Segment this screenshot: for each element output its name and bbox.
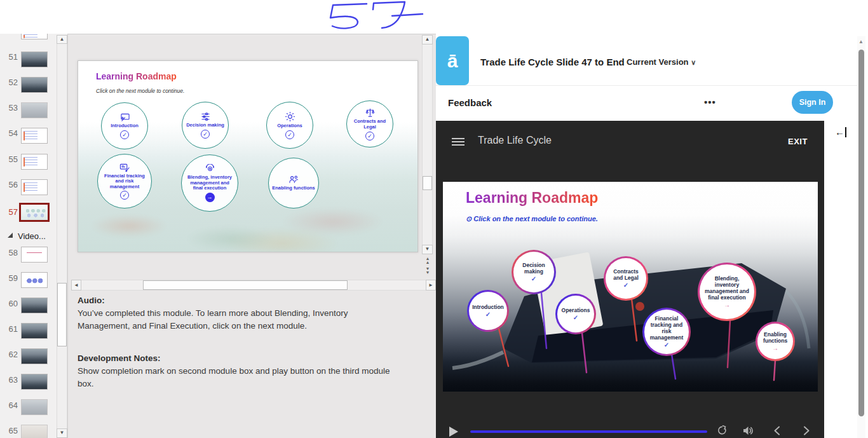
play-button[interactable] [449,427,458,437]
slide-number: 65 [1,426,18,435]
slide-thumbnail-55[interactable] [21,154,48,170]
module-introduction[interactable]: Introduction ✓ [101,102,148,149]
collapse-panel-icon[interactable]: ← [835,127,846,137]
completed-check-icon: ✓ [365,132,374,140]
editor-scroll-left-icon[interactable]: ◄ [71,280,81,291]
more-options-icon[interactable]: ••• [704,97,716,107]
people-icon [288,175,299,184]
module-contracts-legal[interactable]: Contracts and Legal ✓ [346,100,393,147]
slide-thumbnail-52[interactable] [21,77,48,93]
module-enabling-functions[interactable]: Enabling functions [268,158,319,209]
notes-dev-heading: Development Notes: [78,353,161,363]
next-arrow-icon: → [724,301,730,308]
editor-vscrollbar-thumb[interactable] [423,176,432,190]
slide-thumbnail-63[interactable] [21,374,48,390]
slide-thumbnail-56[interactable] [21,179,48,195]
section-collapse-icon[interactable] [8,233,13,238]
player-module-decision-making[interactable]: Decision making ✓ [512,250,556,294]
completed-check-icon: ✓ [285,130,294,139]
thumbnail-partial[interactable] [21,34,48,39]
previous-icon[interactable] [773,425,782,436]
player-slide[interactable]: Learning Roadmap ⊙ Click on the next mod… [443,182,818,392]
exit-button[interactable]: EXIT [788,137,808,146]
slide-canvas[interactable]: Learning Roadmap Click on the next modul… [78,60,418,252]
slide-thumbnail-61[interactable] [21,323,48,339]
slide-thumbnail-54[interactable] [21,128,48,144]
editor-vscrollbar-track[interactable] [422,35,433,254]
completed-check-icon: ✓ [120,130,129,139]
editor-scroll-right-icon[interactable]: ► [426,280,436,291]
player-module-enabling-functions[interactable]: Enabling functions → [756,322,795,361]
next-icon[interactable] [802,425,811,436]
page-scrollbar-thumb[interactable] [858,50,864,416]
notes-audio-heading: Audio: [78,296,105,305]
slide-number: 51 [1,52,18,62]
editor-scroll-down-icon[interactable]: ▼ [422,245,433,254]
notes-dev-body[interactable]: Show completion mark on second module bo… [78,365,402,391]
slide-number: 55 [1,154,18,164]
gear-icon [285,111,295,122]
next-slide-icon[interactable]: ▼▼ [423,267,432,275]
notes-audio-body[interactable]: You’ve completed this module. To learn m… [78,307,395,333]
section-label[interactable]: Video... [18,231,46,241]
slide-thumbnail-65[interactable] [21,425,48,438]
player-module-introduction[interactable]: Introduction ✓ [467,290,509,332]
slide-thumbnail-58[interactable] [21,247,48,263]
articulate-logo[interactable]: ā [436,36,469,85]
volume-icon[interactable] [742,425,754,436]
slide-thumbnail-59[interactable] [21,272,48,288]
module-label: Financial tracking and risk management [98,174,151,190]
subtitle-text: Click on the next module to continue. [473,215,598,222]
sign-in-button[interactable]: Sign In [792,91,833,114]
slide-number: 62 [1,350,18,359]
slide-thumbnail-57-selected[interactable] [19,203,50,222]
version-dropdown[interactable]: Current Version ∨ [627,57,696,67]
slide-number: 58 [1,248,18,257]
thumbnail-scrollbar-track[interactable] [57,35,67,438]
player-module-operations[interactable]: Operations ✓ [555,294,596,334]
seekbar[interactable] [470,430,707,433]
slide-thumbnail-53[interactable] [21,102,48,118]
player-module-blending-inventory[interactable]: Blending, inventory management and final… [698,263,756,321]
previous-slide-icon[interactable]: ▲▲ [423,257,432,264]
module-decision-making[interactable]: Decision making ✓ [182,102,229,149]
module-blending-inventory[interactable]: Blending, inventory management and final… [181,154,238,212]
player-module-contracts-legal[interactable]: Contracts and Legal ✓ [604,256,648,301]
slide-title: Learning Roadmap [96,71,177,81]
check-icon: ✓ [531,275,536,282]
replay-icon[interactable] [717,425,728,436]
slide-thumbnail-64[interactable] [21,399,48,415]
module-label: Blending, inventory management and final… [700,275,754,301]
slide-thumbnail-51[interactable] [21,51,48,67]
logo-letter: ā [447,50,458,72]
slide-number: 61 [1,324,18,334]
slide-thumbnail-62[interactable] [21,348,48,364]
player-menu-icon[interactable] [452,136,465,147]
feedback-tab[interactable]: Feedback [448,97,492,108]
editor-scroll-up-icon[interactable]: ▲ [422,35,433,44]
slide-number: 63 [1,375,18,385]
player-slide-title: Learning Roadmap [466,189,598,207]
module-financial-tracking[interactable]: Financial tracking and risk management ✓ [97,154,152,209]
slide-subtitle: Click on the next module to continue. [96,88,184,94]
slide-thumbnail-60[interactable] [21,298,48,313]
editor-hscrollbar-thumb[interactable] [143,280,348,290]
scales-icon [365,107,376,118]
module-label: Operations [559,307,593,313]
player-slide-subtitle: ⊙ Click on the next module to continue. [466,215,598,223]
module-label: Introduction [470,304,506,310]
module-operations[interactable]: Operations ✓ [266,102,313,149]
slide-number: 52 [1,78,18,87]
module-label: Decision making [183,123,227,128]
completed-check-icon: ✓ [201,130,210,139]
module-label: Financial tracking and risk management [644,315,689,341]
thumbnail-scroll-down-icon[interactable]: ▼ [57,428,67,438]
module-label: Blending, inventory management and final… [182,175,238,191]
thumbnail-scroll-up-icon[interactable]: ▲ [57,35,67,44]
check-icon: ✓ [573,314,578,321]
page-scroll-up-icon[interactable]: ▲ [858,39,864,44]
module-label: Introduction [107,123,142,129]
review-doc-title: Trade Life Cycle Slide 47 to End [480,57,625,67]
player-module-financial-tracking[interactable]: Financial tracking and risk management ✓ [642,308,691,356]
thumbnail-scrollbar-thumb[interactable] [57,283,67,346]
